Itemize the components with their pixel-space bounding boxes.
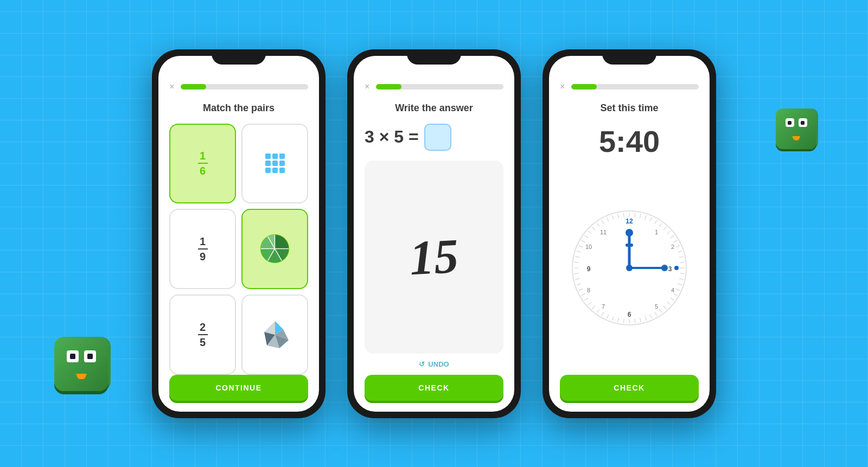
screen-title-2: Write the answer — [365, 103, 503, 114]
cube-pupil-right — [87, 354, 93, 359]
denominator: 5 — [200, 336, 206, 349]
grid-dot — [265, 161, 271, 166]
cube-eye-left — [67, 350, 79, 362]
drawing-area[interactable]: 15 — [365, 161, 503, 354]
pair-card-pinwheel[interactable] — [241, 295, 308, 375]
grid-dot — [272, 168, 278, 173]
pairs-grid: 1 6 — [169, 124, 308, 375]
fraction-1-6: 1 6 — [198, 149, 208, 177]
clock-svg[interactable]: 12 3 6 9 1 2 4 5 7 8 10 11 — [570, 208, 689, 328]
svg-text:12: 12 — [626, 217, 633, 225]
svg-point-87 — [626, 229, 633, 236]
close-button-2[interactable]: × — [365, 82, 369, 92]
pair-card-grid[interactable] — [241, 124, 308, 204]
svg-text:1: 1 — [655, 229, 658, 235]
screen-title-1: Match the pairs — [169, 103, 308, 114]
check-button-3[interactable]: CHECK — [560, 375, 699, 401]
phone-1: × Match the pairs 1 6 — [152, 49, 326, 418]
cube-eyes — [67, 350, 96, 362]
fraction-line — [198, 163, 208, 164]
phone-2: × Write the answer 3 × 5 = 15 ↺ UNDO CHE… — [347, 49, 521, 418]
svg-text:11: 11 — [600, 229, 607, 235]
fraction-2-5: 2 5 — [198, 321, 208, 349]
grid-dot — [265, 153, 271, 159]
close-button-1[interactable]: × — [169, 82, 174, 92]
svg-point-91 — [626, 265, 633, 271]
equation-text: 3 × 5 = — [365, 127, 419, 147]
progress-fill-2 — [376, 84, 401, 89]
time-display: 5:40 — [560, 124, 699, 159]
numerator: 2 — [200, 321, 206, 334]
pair-card-fraction-2-5[interactable]: 2 5 — [169, 295, 236, 375]
handwritten-answer: 15 — [408, 228, 459, 286]
duo-cube-right — [776, 108, 835, 168]
screen-header-1: × — [169, 78, 308, 92]
phone-notch-1 — [212, 49, 266, 65]
pair-card-pie[interactable] — [241, 209, 308, 289]
numerator: 1 — [200, 235, 206, 248]
progress-bar-3 — [571, 84, 699, 89]
phone-3: × Set this time 5:40 — [542, 49, 716, 418]
fraction-line — [198, 248, 208, 250]
cube-body-small — [776, 108, 816, 149]
grid-dot — [279, 168, 285, 173]
cube-eye-small-left — [786, 118, 794, 127]
fraction-line — [198, 334, 208, 335]
svg-text:6: 6 — [628, 311, 631, 318]
screen-title-3: Set this time — [560, 103, 699, 114]
svg-point-93 — [630, 244, 633, 247]
grid-dot — [279, 161, 285, 166]
grid-dot — [279, 153, 285, 159]
phone-notch-3 — [602, 49, 656, 65]
denominator: 9 — [200, 250, 206, 263]
pinwheel-icon — [259, 318, 291, 351]
screen-header-3: × — [560, 78, 699, 92]
grid-dot — [272, 153, 278, 159]
fraction-1-9: 1 9 — [198, 235, 208, 263]
phone-notch-2 — [407, 49, 461, 65]
progress-fill-1 — [181, 84, 206, 89]
grid-icon — [265, 153, 285, 173]
progress-bar-1 — [181, 84, 308, 89]
undo-row[interactable]: ↺ UNDO — [365, 360, 503, 368]
denominator: 6 — [200, 164, 206, 177]
svg-point-90 — [674, 266, 679, 270]
screen-content-2: × Write the answer 3 × 5 = 15 ↺ UNDO CHE… — [354, 56, 514, 412]
progress-fill-3 — [571, 84, 597, 89]
svg-text:9: 9 — [587, 265, 591, 273]
svg-point-89 — [661, 265, 668, 271]
screen-content-3: × Set this time 5:40 — [549, 56, 710, 412]
cube-eye-right — [84, 350, 96, 362]
pair-card-fraction-1-9[interactable]: 1 9 — [169, 209, 236, 289]
svg-text:4: 4 — [671, 287, 674, 293]
continue-button[interactable]: CONTINUE — [169, 375, 308, 401]
svg-text:7: 7 — [602, 303, 605, 310]
svg-text:5: 5 — [655, 303, 658, 310]
cube-eyes-small — [786, 118, 807, 127]
screen-content-1: × Match the pairs 1 6 — [158, 56, 319, 412]
undo-icon: ↺ — [419, 360, 425, 368]
numerator: 1 — [200, 149, 206, 162]
cube-eye-small-right — [799, 118, 807, 127]
grid-dot — [272, 161, 278, 166]
answer-box[interactable] — [424, 124, 451, 151]
grid-dot — [265, 168, 271, 173]
clock-container: 12 3 6 9 1 2 4 5 7 8 10 11 — [560, 168, 699, 368]
phone-screen-3: × Set this time 5:40 — [549, 56, 710, 412]
pair-card-fraction-1-6[interactable]: 1 6 — [169, 124, 236, 204]
svg-text:3: 3 — [668, 265, 672, 273]
check-button-2[interactable]: CHECK — [365, 375, 503, 401]
cube-pupil-left — [70, 354, 75, 359]
close-button-3[interactable]: × — [560, 82, 565, 92]
pie-chart-icon — [260, 234, 290, 264]
cube-pupil-small-right — [801, 121, 805, 125]
undo-label: UNDO — [428, 360, 449, 368]
cube-pupil-small-left — [788, 121, 792, 125]
cube-beak-small — [792, 136, 800, 140]
duo-cube-left — [54, 337, 114, 396]
progress-bar-2 — [376, 84, 503, 89]
phone-screen-1: × Match the pairs 1 6 — [158, 56, 319, 412]
cube-beak — [76, 374, 87, 379]
svg-text:10: 10 — [585, 244, 592, 250]
svg-text:2: 2 — [671, 244, 674, 250]
